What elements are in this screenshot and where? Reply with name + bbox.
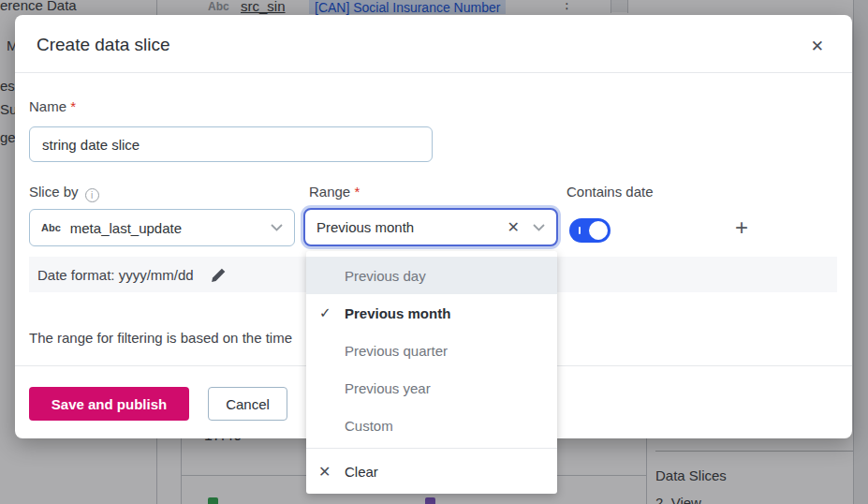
slice-by-select[interactable]: Abc meta_last_update — [29, 209, 295, 246]
modal-header-divider — [15, 72, 852, 73]
modal-title: Create data slice — [37, 35, 170, 55]
abc-type-icon: Abc — [41, 222, 61, 233]
clear-x-icon: ✕ — [318, 463, 331, 481]
slice-by-value: meta_last_update — [70, 220, 182, 236]
range-select[interactable]: Previous month ✕ — [303, 208, 558, 246]
menu-option-previous-day[interactable]: Previous day — [306, 257, 557, 294]
edit-pencil-icon[interactable] — [211, 267, 227, 283]
menu-clear-action[interactable]: ✕ Clear — [306, 449, 557, 494]
menu-option-custom[interactable]: Custom — [306, 407, 557, 444]
chevron-down-icon — [533, 224, 545, 231]
menu-option-previous-quarter[interactable]: Previous quarter — [306, 332, 557, 369]
name-label: Name * — [29, 98, 76, 114]
clear-selection-icon[interactable]: ✕ — [508, 218, 520, 236]
range-value: Previous month — [316, 219, 414, 235]
required-asterisk: * — [70, 98, 76, 114]
cancel-button[interactable]: Cancel — [208, 387, 287, 421]
contains-date-label: Contains date — [566, 184, 654, 200]
contains-date-toggle[interactable] — [569, 218, 611, 243]
menu-option-previous-year[interactable]: Previous year — [306, 369, 557, 407]
toggle-knob — [589, 221, 608, 240]
menu-option-previous-month[interactable]: ✓ Previous month — [306, 294, 557, 332]
save-and-publish-button[interactable]: Save and publish — [29, 387, 189, 421]
info-icon[interactable]: i — [85, 188, 99, 202]
chevron-down-icon — [271, 224, 283, 231]
range-options-menu: Previous day ✓ Previous month Previous q… — [306, 251, 557, 494]
name-input[interactable] — [29, 126, 433, 162]
date-format-text: Date format: yyyy/mm/dd — [37, 267, 194, 283]
close-icon[interactable]: ✕ — [811, 38, 824, 54]
toggle-on-mark — [579, 227, 581, 234]
helper-text: The range for filtering is based on the … — [29, 330, 292, 346]
app-screen: erence Data M es Su ge Abc src_sin [CAN]… — [0, 0, 868, 504]
name-input-wrap — [29, 126, 433, 162]
slice-by-label: Slice byi — [29, 184, 99, 202]
range-label: Range * — [309, 184, 360, 200]
add-condition-button[interactable]: + — [735, 218, 748, 237]
required-asterisk: * — [354, 184, 360, 200]
checkmark-icon: ✓ — [319, 304, 331, 321]
